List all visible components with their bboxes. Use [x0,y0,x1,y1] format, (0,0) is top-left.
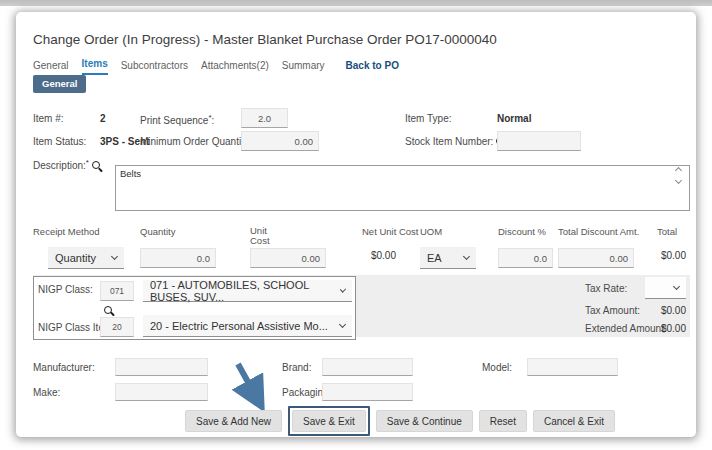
nigp-class-code-input[interactable] [100,281,134,301]
discount-pct-input[interactable] [498,248,553,268]
packaging-input[interactable] [322,383,413,401]
required-marker: * [86,158,89,167]
scroll-down-icon[interactable] [675,177,682,184]
brand-label: Brand: [282,362,311,373]
tab-items[interactable]: Items [82,58,108,75]
reset-button[interactable]: Reset [479,410,527,432]
stock-item-number-input[interactable] [497,131,581,151]
model-input[interactable] [527,358,618,376]
tax-amount-value: $0.00 [631,305,686,316]
brand-input[interactable] [322,358,413,376]
page-title: Change Order (In Progress) - Master Blan… [33,32,497,47]
scroll-up-icon[interactable] [675,167,682,174]
back-to-po-link[interactable]: Back to PO [346,60,399,75]
description-label: Description:* [33,158,100,171]
description-textarea[interactable]: Belts [115,165,690,211]
item-number-value: 2 [100,113,106,124]
unit-cost-header: Unit Cost [250,226,276,246]
print-sequence-input[interactable] [241,108,288,128]
print-sequence-label: Print Sequence*: [140,113,214,126]
textarea-scroll-arrows[interactable] [676,168,681,183]
make-input[interactable] [115,383,208,401]
nigp-class-select[interactable]: 071 - AUTOMOBILES, SCHOOL BUSES, SUV... [143,280,352,302]
chevron-down-icon [463,253,470,260]
discount-pct-header: Discount % [498,226,546,237]
unit-cost-input[interactable] [250,248,326,268]
uom-select[interactable]: EA [420,247,476,269]
chevron-down-icon [673,283,680,290]
item-type-label: Item Type: [405,113,452,124]
tax-rate-select[interactable] [645,277,686,299]
total-discount-header: Total Discount Amt. [558,226,639,237]
action-button-row: Save & Add New Save & Exit Save & Contin… [185,406,615,436]
total-discount-input[interactable] [558,248,634,268]
total-value: $0.00 [636,250,686,261]
net-unit-cost-value: $0.00 [346,250,396,261]
tab-general[interactable]: General [33,60,69,75]
min-order-qty-label: Minimum Order Quantity: [140,136,252,147]
nigp-class-search-icon[interactable] [104,306,112,314]
description-search-icon[interactable] [92,161,100,169]
save-exit-button[interactable]: Save & Exit [292,410,366,432]
save-continue-button[interactable]: Save & Continue [376,410,473,432]
quantity-header: Quantity [140,226,175,237]
item-status-label: Item Status: [33,136,86,147]
item-type-value: Normal [497,113,531,124]
cancel-exit-button[interactable]: Cancel & Exit [533,410,615,432]
tab-bar: General Items Subcontractors Attachments… [33,58,399,75]
min-order-qty-input[interactable] [241,131,319,151]
page: Change Order (In Progress) - Master Blan… [0,0,712,450]
uom-header: UOM [420,226,442,237]
nigp-class-item-select[interactable]: 20 - Electric Personal Assistive Mo... [143,315,352,337]
model-label: Model: [482,362,512,373]
save-add-new-button[interactable]: Save & Add New [185,410,282,432]
nigp-class-label: NIGP Class: [38,284,93,295]
net-unit-cost-header: Net Unit Cost [362,226,419,237]
quantity-input[interactable] [140,248,216,268]
extended-amount-value: $0.00 [631,323,686,334]
receipt-method-select[interactable]: Quantity [48,247,124,269]
window-top-edge [0,0,712,6]
tab-summary[interactable]: Summary [282,60,325,75]
tab-subcontractors[interactable]: Subcontractors [121,60,188,75]
tax-rate-label: Tax Rate: [585,283,627,294]
manufacturer-input[interactable] [115,358,208,376]
nigp-class-item-code-input[interactable] [100,317,134,337]
change-order-panel: Change Order (In Progress) - Master Blan… [16,12,696,437]
section-badge-general: General [33,75,86,93]
manufacturer-label: Manufacturer: [33,362,95,373]
make-label: Make: [33,387,60,398]
tab-attachments[interactable]: Attachments(2) [201,60,269,75]
item-number-label: Item #: [33,113,64,124]
chevron-down-icon [340,286,346,292]
total-header: Total [657,226,677,237]
chevron-down-icon [339,321,346,328]
chevron-down-icon [111,253,118,260]
receipt-method-header: Receipt Method [33,226,100,237]
save-exit-highlight-outline: Save & Exit [288,406,370,436]
stock-item-number-label: Stock Item Number: [405,136,504,147]
